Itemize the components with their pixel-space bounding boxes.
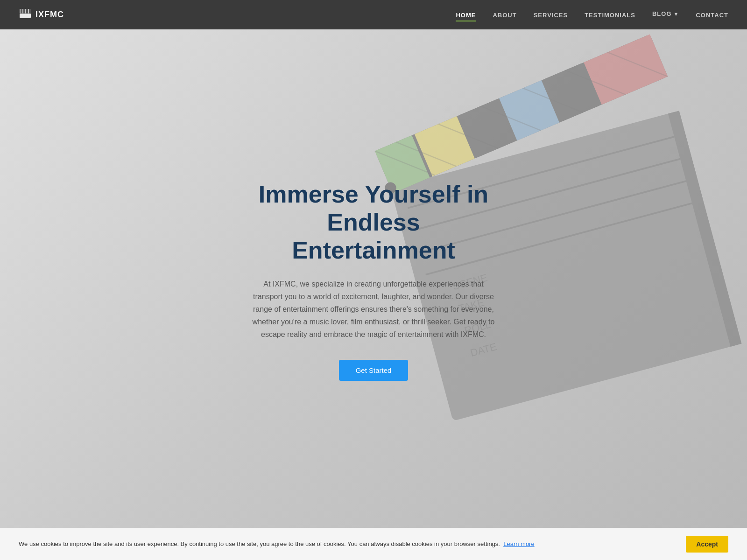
- nav-contact[interactable]: CONTACT: [696, 12, 728, 21]
- cookie-banner: We use cookies to improve the site and i…: [0, 528, 747, 532]
- hero-description: At IXFMC, we specialize in creating unfo…: [252, 278, 495, 341]
- nav-home[interactable]: HOME: [456, 12, 476, 21]
- hero-section: SCENE TAKE ROLL DATE Immerse Yourself in…: [0, 29, 747, 532]
- svg-rect-4: [26, 9, 28, 14]
- hero-content: Immerse Yourself in Endless Entertainmen…: [233, 162, 514, 399]
- nav-about[interactable]: ABOUT: [493, 12, 516, 21]
- logo-icon: [19, 7, 32, 23]
- get-started-button[interactable]: Get Started: [339, 360, 409, 381]
- nav-blog[interactable]: BLOG ▼: [652, 10, 679, 19]
- svg-rect-3: [23, 9, 25, 14]
- hero-title: Immerse Yourself in Endless Entertainmen…: [243, 181, 504, 264]
- nav-testimonials[interactable]: TESTIMONIALS: [585, 12, 635, 21]
- nav-links: HOME ABOUT SERVICES TESTIMONIALS BLOG ▼ …: [456, 10, 728, 19]
- navbar: IXFMC HOME ABOUT SERVICES TESTIMONIALS B…: [0, 0, 747, 29]
- logo-link[interactable]: IXFMC: [19, 7, 64, 23]
- chevron-down-icon: ▼: [674, 11, 679, 17]
- logo-text: IXFMC: [35, 10, 64, 20]
- svg-rect-2: [21, 9, 22, 14]
- nav-services[interactable]: SERVICES: [534, 12, 568, 21]
- svg-rect-5: [29, 9, 31, 14]
- svg-rect-0: [20, 14, 31, 18]
